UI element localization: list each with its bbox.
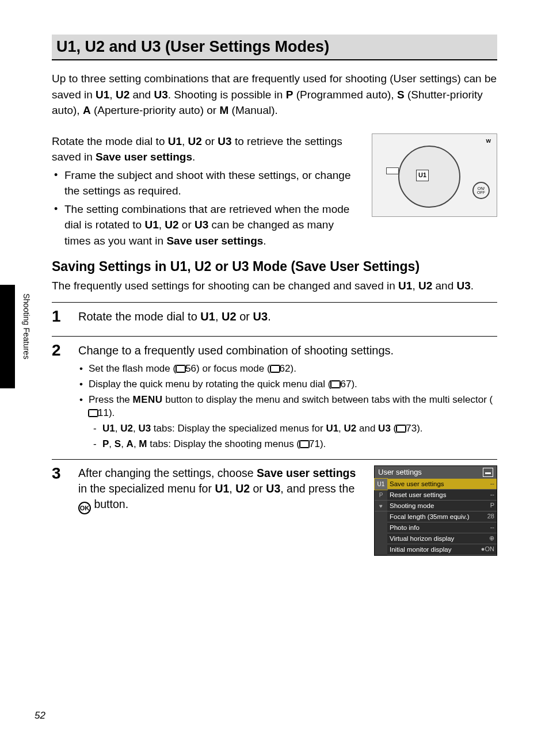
menu-tabs: U1 P ♥ bbox=[375, 479, 387, 555]
menu-header: User settings ▬ bbox=[375, 466, 497, 479]
step-number: 2 bbox=[52, 342, 68, 451]
menu-items: Save user settings-- Reset user settings… bbox=[387, 479, 497, 555]
page-ref-icon bbox=[300, 441, 309, 448]
mode-u2: U2 bbox=[85, 38, 105, 55]
dial-icon bbox=[398, 146, 460, 208]
menu-row: Virtual horizon display⊕ bbox=[387, 533, 497, 544]
page-ref-icon bbox=[396, 425, 406, 432]
page-content: U1, U2 and U3 (User Settings Modes) Up t… bbox=[0, 0, 549, 587]
menu-tab-setup: ♥ bbox=[375, 501, 387, 511]
mode-dial-illustration: W U1 ON/ OFF bbox=[372, 133, 497, 217]
step-2-bullet-3: Press the MENU button to display the men… bbox=[89, 393, 497, 451]
step-1-text: Rotate the mode dial to U1, U2 or U3. bbox=[78, 308, 497, 324]
step-3-text: After changing the settings, choose Save… bbox=[78, 465, 365, 556]
mode-u3: U3 bbox=[141, 38, 161, 55]
page-number: 52 bbox=[35, 710, 45, 721]
subheading-saving: Saving Settings in U1, U2 or U3 Mode (Sa… bbox=[52, 259, 497, 274]
step-1: 1 Rotate the mode dial to U1, U2 or U3. bbox=[52, 302, 497, 336]
page-ref-icon bbox=[331, 381, 340, 388]
menu-row: Photo info-- bbox=[387, 522, 497, 533]
menu-tab-p: P bbox=[375, 490, 387, 501]
step-number: 1 bbox=[52, 308, 68, 328]
menu-row: Initial monitor display●ON bbox=[387, 544, 497, 555]
page-ref-icon bbox=[270, 365, 280, 372]
rotate-bullet-1: Frame the subject and shoot with these s… bbox=[64, 167, 363, 199]
intro-paragraph: Up to three setting combinations that ar… bbox=[52, 71, 497, 119]
page-ref-icon bbox=[176, 365, 185, 372]
rotate-lead: Rotate the mode dial to U1, U2 or U3 to … bbox=[52, 133, 363, 165]
mode-u1: U1 bbox=[56, 38, 77, 55]
menu-row: Shooting modeP bbox=[387, 501, 497, 511]
zoom-w-icon: W bbox=[486, 138, 491, 145]
step-2: 2 Change to a frequently used combinatio… bbox=[52, 336, 497, 459]
step-2-lead: Change to a frequently used combination … bbox=[78, 342, 497, 358]
onoff-button-icon: ON/ OFF bbox=[472, 182, 490, 199]
menu-screenshot: User settings ▬ U1 P ♥ Save user setting… bbox=[374, 465, 497, 556]
menu-tab-u1: U1 bbox=[375, 479, 387, 490]
step-2-dash-2: P, S, A, M tabs: Display the shooting me… bbox=[102, 437, 497, 451]
rotate-bullet-2: The setting combinations that are retrie… bbox=[64, 201, 363, 249]
step-2-bullet-1: Set the flash mode (56) or focus mode (6… bbox=[89, 362, 497, 376]
step-3: 3 After changing the settings, choose Sa… bbox=[52, 459, 497, 564]
page-ref-icon bbox=[89, 410, 98, 417]
ok-button-icon: OK bbox=[78, 502, 91, 514]
dial-u1-label: U1 bbox=[416, 170, 429, 181]
page-title-bar: U1, U2 and U3 (User Settings Modes) bbox=[52, 35, 497, 60]
step-2-bullet-2: Display the quick menu by rotating the q… bbox=[89, 377, 497, 391]
menu-title: User settings bbox=[378, 467, 422, 478]
menu-button-label: MENU bbox=[133, 394, 163, 405]
step-number: 3 bbox=[52, 465, 68, 556]
page-title: U1, U2 and U3 (User Settings Modes) bbox=[56, 38, 329, 55]
step-2-dash-1: U1, U2, U3 tabs: Display the specialized… bbox=[102, 422, 497, 436]
menu-row: Focal length (35mm equiv.)28 bbox=[387, 511, 497, 522]
menu-row-save: Save user settings-- bbox=[387, 479, 497, 490]
subintro-text: The frequently used settings for shootin… bbox=[52, 278, 497, 294]
rotate-block: Rotate the mode dial to U1, U2 or U3 to … bbox=[52, 133, 497, 249]
dial-pointer-icon bbox=[386, 167, 399, 174]
menu-row: Reset user settings-- bbox=[387, 490, 497, 501]
battery-icon: ▬ bbox=[483, 468, 493, 477]
